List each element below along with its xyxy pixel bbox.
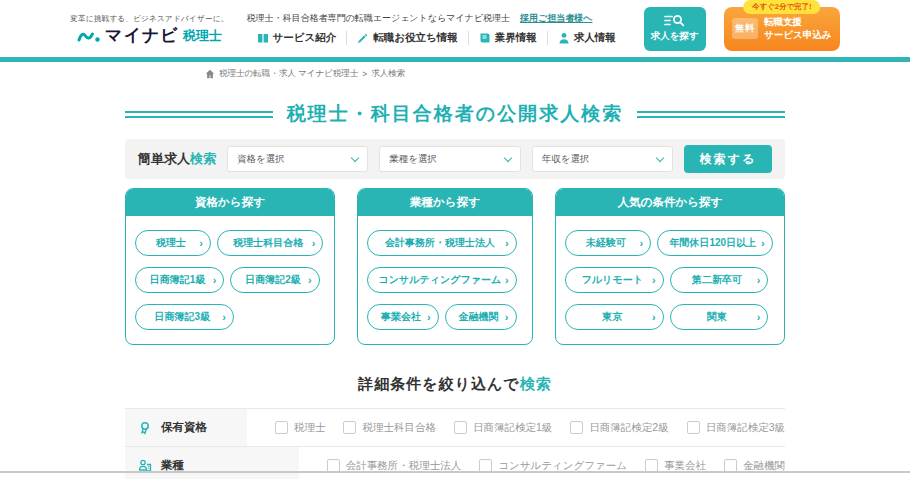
chevron-right-icon: › (652, 312, 656, 323)
main-nav: サービス紹介 転職お役立ち情報 業界情報 求人情報 (247, 31, 626, 45)
nav-item-service[interactable]: サービス紹介 (247, 31, 347, 45)
pill-button[interactable]: 日商簿記2級› (230, 267, 319, 293)
checkbox-option[interactable]: 日商簿記検定1級 (454, 421, 552, 435)
search-button[interactable]: 検索する (684, 145, 772, 173)
checkbox[interactable] (454, 421, 467, 434)
box-body: 未経験可› 年間休日120日以上› フルリモート› 第二新卒可› 東京› 関東› (556, 216, 784, 344)
filter-row-industry: 業種 会計事務所・税理士法人 コンサルティングファーム 事業会社 金融機関 (125, 447, 785, 479)
quick-search-bar: 簡単求人検索 資格を選択 業種を選択 年収を選択 検索する (125, 139, 785, 179)
chevron-right-icon: › (427, 312, 431, 323)
chevron-right-icon: › (222, 312, 226, 323)
header-nav-block: 税理士・科目合格者専門の転職エージェントならマイナビ税理士 採用ご担当者様へ サ… (247, 12, 626, 45)
lead-text: 税理士・科目合格者専門の転職エージェントならマイナビ税理士 (247, 12, 511, 25)
pill-button[interactable]: 未経験可› (565, 230, 651, 256)
title-decoration-right (637, 111, 785, 118)
chevron-right-icon: › (505, 275, 509, 286)
filter-label: 保有資格 (161, 420, 207, 435)
chevron-right-icon: › (757, 275, 761, 286)
pill-button[interactable]: 日商簿記1級› (135, 267, 224, 293)
pill-button[interactable]: 年間休日120日以上› (657, 230, 773, 256)
checkbox-option[interactable]: 税理士科目合格 (343, 421, 436, 435)
certificate-icon (138, 421, 152, 435)
breadcrumb-separator: > (362, 69, 367, 79)
nav-label: 業界情報 (495, 31, 537, 45)
find-jobs-button[interactable]: 求人を探す (644, 7, 706, 51)
site-header: 変革に挑戦する、ビジネスアドバイザーに。 マイナビ 税理士 税理士・科目合格者専… (0, 0, 910, 57)
pill-button[interactable]: 税理士› (135, 230, 211, 256)
nav-item-jobs[interactable]: 求人情報 (547, 31, 626, 45)
main-content: 税理士・科目合格者の公開求人検索 簡単求人検索 資格を選択 業種を選択 年収を選… (125, 101, 785, 479)
pill-button[interactable]: 税理士科目合格› (217, 230, 323, 256)
logo-product-text: 税理士 (183, 29, 222, 43)
filter-label-cell: 業種 (125, 447, 299, 479)
pill-button[interactable]: コンサルティングファーム› (367, 267, 517, 293)
cta-ribbon-badge: 今すぐ2分で完了! (743, 0, 821, 14)
page-title-row: 税理士・科目合格者の公開求人検索 (125, 101, 785, 127)
cta-signup-button[interactable]: 今すぐ2分で完了! 無料 転職支援 サービス申込み (724, 7, 840, 51)
salary-select[interactable]: 年収を選択 (532, 146, 673, 172)
pill-button[interactable]: 関東› (670, 304, 769, 330)
box-body: 税理士› 税理士科目合格› 日商簿記1級› 日商簿記2級› 日商簿記3級› (126, 216, 334, 344)
find-jobs-label: 求人を探す (651, 30, 699, 43)
pill-button[interactable]: 東京› (565, 304, 664, 330)
box-title: 人気の条件から探す (556, 189, 784, 216)
title-decoration-left (125, 111, 273, 118)
qualification-select-value: 資格を選択 (237, 153, 285, 166)
chevron-right-icon: › (505, 238, 509, 249)
chevron-down-icon (656, 153, 664, 161)
logo-tagline: 変革に挑戦する、ビジネスアドバイザーに。 (70, 14, 228, 24)
logo-brand-text: マイナビ (105, 27, 179, 44)
search-list-icon (664, 14, 686, 27)
box-search-by-popular-conditions: 人気の条件から探す 未経験可› 年間休日120日以上› フルリモート› 第二新卒… (555, 188, 785, 345)
pill-button[interactable]: 金融機関› (445, 304, 517, 330)
checkbox[interactable] (343, 421, 356, 434)
breadcrumb-current: 求人検索 (371, 68, 405, 80)
breadcrumb-root[interactable]: 税理士の転職・求人 マイナビ税理士 (219, 68, 358, 80)
checkbox[interactable] (570, 421, 583, 434)
box-title: 業種から探す (358, 189, 532, 216)
pill-button[interactable]: フルリモート› (565, 267, 664, 293)
industry-select-value: 業種を選択 (389, 153, 437, 166)
box-search-by-qualification: 資格から探す 税理士› 税理士科目合格› 日商簿記1級› 日商簿記2級› 日商簿… (125, 188, 335, 345)
recruiter-link[interactable]: 採用ご担当者様へ (520, 12, 592, 25)
nav-item-career-tips[interactable]: 転職お役立ち情報 (346, 31, 468, 45)
pill-button[interactable]: 日商簿記3級› (135, 304, 234, 330)
chevron-right-icon: › (757, 312, 761, 323)
header-accent-bar (0, 57, 910, 62)
cta-free-badge: 無料 (732, 18, 758, 39)
page-bottom-divider (0, 471, 910, 473)
checkbox-option[interactable]: 税理士 (275, 421, 326, 435)
qualification-select[interactable]: 資格を選択 (227, 146, 368, 172)
chevron-right-icon: › (505, 312, 509, 323)
checkbox-option[interactable]: 日商簿記検定3級 (687, 421, 785, 435)
chevron-right-icon: › (312, 238, 316, 249)
pill-button[interactable]: 事業会社› (367, 304, 439, 330)
box-body: 会計事務所・税理士法人› コンサルティングファーム› 事業会社› 金融機関› (358, 216, 532, 344)
quick-search-label: 簡単求人検索 (138, 150, 216, 168)
chevron-right-icon: › (761, 238, 765, 249)
chevron-right-icon: › (213, 275, 217, 286)
filter-options: 会計事務所・税理士法人 コンサルティングファーム 事業会社 金融機関 (299, 447, 785, 479)
checkbox[interactable] (275, 421, 288, 434)
filter-row-qualifications: 保有資格 税理士 税理士科目合格 日商簿記検定1級 日商簿記検定2級 日商簿記検… (125, 409, 785, 447)
filter-options: 税理士 税理士科目合格 日商簿記検定1級 日商簿記検定2級 日商簿記検定3級 (247, 409, 785, 446)
ledger-icon (479, 32, 491, 44)
chevron-down-icon (503, 153, 511, 161)
chevron-right-icon: › (308, 275, 312, 286)
page-title: 税理士・科目合格者の公開求人検索 (287, 101, 623, 127)
pill-button[interactable]: 会計事務所・税理士法人› (367, 230, 517, 256)
pill-button[interactable]: 第二新卒可› (670, 267, 769, 293)
checkbox-option[interactable]: 日商簿記検定2級 (570, 421, 668, 435)
pencil-icon (357, 32, 369, 44)
logo[interactable]: 変革に挑戦する、ビジネスアドバイザーに。 マイナビ 税理士 (70, 14, 228, 44)
nav-label: 転職お役立ち情報 (373, 31, 458, 45)
industry-select[interactable]: 業種を選択 (379, 146, 520, 172)
filter-label-cell: 保有資格 (125, 409, 247, 446)
category-boxes: 資格から探す 税理士› 税理士科目合格› 日商簿記1級› 日商簿記2級› 日商簿… (125, 188, 785, 345)
checkbox[interactable] (687, 421, 700, 434)
chevron-right-icon: › (199, 238, 203, 249)
detail-filter-table: 保有資格 税理士 税理士科目合格 日商簿記検定1級 日商簿記検定2級 日商簿記検… (125, 408, 785, 479)
mynavi-wave-icon (77, 27, 101, 44)
nav-item-industry[interactable]: 業界情報 (468, 31, 547, 45)
cta-label: 転職支援 サービス申込み (764, 16, 831, 41)
